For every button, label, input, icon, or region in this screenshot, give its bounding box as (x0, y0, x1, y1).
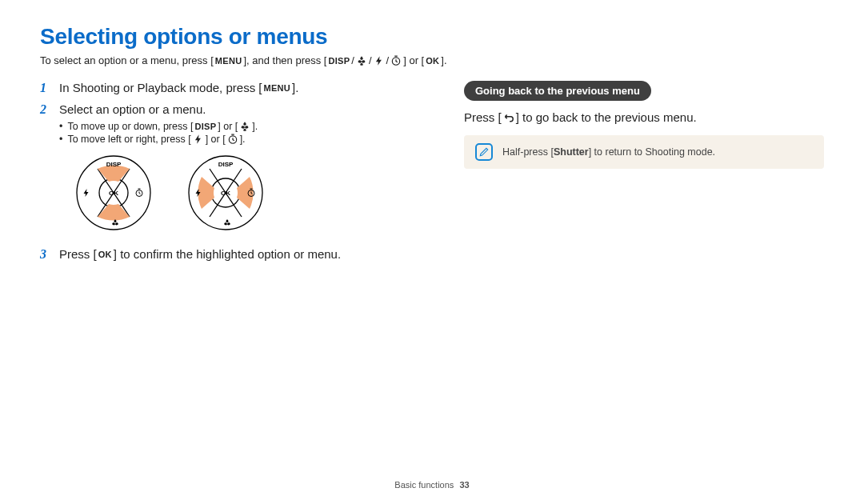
flash-icon (374, 55, 385, 66)
intro-d: ]. (441, 54, 446, 66)
step-2-sub-2: To move left or right, press [ ] or [ ]. (59, 134, 416, 145)
page-footer: Basic functions 33 (0, 480, 864, 490)
step-1-a: In Shooting or Playback mode, press [ (59, 81, 262, 94)
tip-box: Half-press [Shutter] to return to Shooti… (464, 135, 824, 169)
step-3-b: ] to confirm the highlighted option or m… (114, 247, 341, 261)
menu-label-icon: MENU (215, 56, 242, 66)
back-a: Press [ (464, 110, 502, 124)
s2s1c: ]. (252, 121, 258, 132)
s2s2b: ] or [ (206, 134, 226, 145)
svg-text:OK: OK (109, 190, 118, 197)
ok-label-icon: OK (426, 56, 439, 66)
note-icon (475, 143, 493, 161)
intro-c: ] or [ (403, 54, 424, 66)
disp-label-icon: DISP (194, 122, 216, 131)
menu-label-icon: MENU (263, 83, 290, 93)
s2s2c: ]. (240, 134, 246, 145)
step-1-num: 1 (40, 81, 46, 95)
intro-a: To select an option or a menu, press [ (40, 54, 214, 66)
s2s1a: To move up or down, press [ (67, 121, 193, 132)
flash-icon (193, 134, 204, 145)
step-2-num: 2 (40, 102, 46, 117)
step-3-a: Press [ (59, 247, 97, 261)
step-2: 2 Select an option or a menu. To move up… (40, 102, 416, 233)
step-2-text: Select an option or a menu. (59, 102, 206, 116)
step-1-b: ]. (292, 81, 298, 94)
tip-b: ] to return to Shooting mode. (589, 146, 715, 158)
step-2-sub-1: To move up or down, press [ DISP ] or [ … (59, 121, 416, 132)
footer-section: Basic functions (394, 480, 454, 490)
tip-text: Half-press [Shutter] to return to Shooti… (502, 146, 715, 158)
intro-b: ], and then press [ (243, 54, 326, 66)
macro-flower-icon (239, 121, 250, 132)
dial-horizontal: DISP OK (186, 153, 266, 233)
slash3: / (386, 54, 390, 66)
step-3-num: 3 (40, 247, 46, 262)
step-3: 3 Press [ OK ] to confirm the highlighte… (40, 247, 416, 261)
svg-text:DISP: DISP (218, 161, 234, 168)
step-1: 1 In Shooting or Playback mode, press [ … (40, 81, 416, 94)
ok-label-icon: OK (98, 250, 112, 259)
timer-icon (227, 134, 238, 145)
tip-a: Half-press [ (502, 146, 554, 158)
svg-text:DISP: DISP (106, 161, 122, 168)
intro-text: To select an option or a menu, press [ M… (40, 54, 824, 66)
back-heading: Going back to the previous menu (464, 81, 651, 101)
page-title: Selecting options or menus (40, 24, 824, 50)
back-instruction: Press [ ] to go back to the previous men… (464, 110, 824, 124)
timer-icon (390, 55, 402, 66)
macro-flower-icon (356, 55, 367, 66)
slash2: / (369, 54, 372, 66)
tip-bold: Shutter (554, 146, 589, 158)
slash1: / (351, 54, 354, 66)
dial-illustrations: DISP OK (74, 153, 416, 233)
s2s1b: ] or [ (218, 121, 238, 132)
footer-page: 33 (459, 480, 469, 490)
svg-text:OK: OK (221, 190, 230, 197)
dial-vertical: DISP OK (74, 153, 154, 233)
back-b: ] to go back to the previous menu. (516, 110, 697, 124)
s2s2a: To move left or right, press [ (67, 134, 190, 145)
disp-label-icon: DISP (328, 56, 350, 66)
back-return-icon (503, 112, 514, 123)
